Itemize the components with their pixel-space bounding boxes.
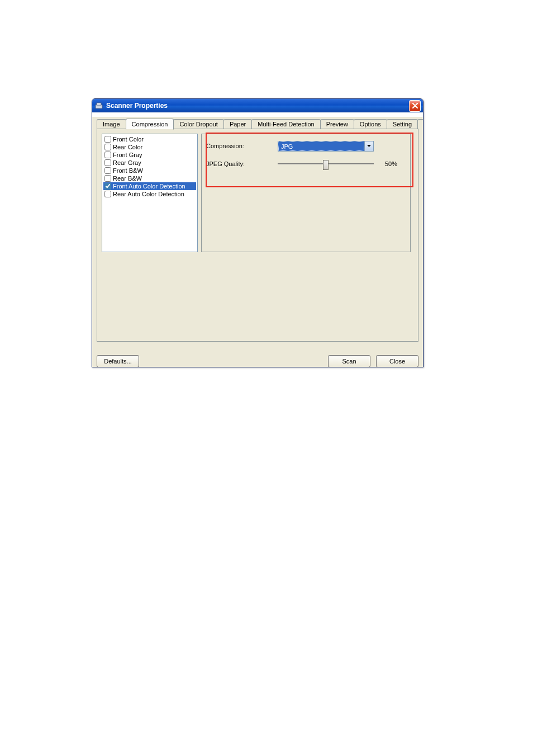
compression-label: Compression: [206, 143, 278, 149]
close-window-button[interactable] [409, 100, 421, 112]
jpeg-quality-slider[interactable] [278, 158, 374, 169]
app-icon [94, 101, 103, 110]
tab-options[interactable]: Options [354, 119, 387, 129]
tab-imprinter[interactable]: Imprinter [417, 119, 423, 129]
list-item-front-color[interactable]: Front Color [103, 135, 196, 143]
list-item-label: Rear Color [113, 144, 142, 150]
checkbox-rear-color[interactable] [104, 144, 111, 150]
checkbox-rear-auto-color[interactable] [104, 191, 111, 197]
scan-button[interactable]: Scan [328, 355, 370, 367]
tab-strip: Image Compression Color Dropout Paper Mu… [97, 117, 418, 129]
list-item-rear-auto-color[interactable]: Rear Auto Color Detection [103, 190, 196, 198]
checkbox-rear-bw[interactable] [104, 175, 111, 182]
tab-color-dropout[interactable]: Color Dropout [173, 119, 223, 129]
jpeg-quality-label: JPEG Quality: [206, 160, 278, 167]
tab-preview[interactable]: Preview [320, 119, 354, 129]
list-item-front-gray[interactable]: Front Gray [103, 151, 196, 159]
list-item-rear-gray[interactable]: Rear Gray [103, 159, 196, 167]
close-button[interactable]: Close [376, 355, 418, 367]
checkbox-front-color[interactable] [104, 136, 111, 143]
tab-compression[interactable]: Compression [126, 119, 174, 130]
jpeg-quality-value: 50% [385, 160, 397, 167]
dialog-button-row: Defaults... Scan Close [97, 353, 418, 367]
tab-image[interactable]: Image [97, 119, 126, 129]
list-item-rear-bw[interactable]: Rear B&W [103, 174, 196, 182]
tab-setting[interactable]: Setting [387, 119, 418, 129]
checkbox-front-auto-color[interactable] [104, 183, 111, 190]
slider-thumb[interactable] [323, 160, 329, 170]
checkbox-rear-gray[interactable] [104, 159, 111, 166]
window-title: Scanner Properties [106, 102, 168, 110]
scanner-properties-dialog: Scanner Properties Image Compression Col… [92, 98, 423, 367]
tab-paper[interactable]: Paper [223, 119, 252, 129]
dialog-body: Image Compression Color Dropout Paper Mu… [92, 117, 423, 367]
list-item-rear-color[interactable]: Rear Color [103, 143, 196, 151]
compression-settings-group: Compression: JPG JPEG Quality: 50% [201, 134, 411, 252]
list-item-front-auto-color[interactable]: Front Auto Color Detection [103, 182, 196, 190]
list-item-label: Front Color [113, 136, 144, 143]
list-item-label: Front B&W [113, 167, 143, 174]
checkbox-front-bw[interactable] [104, 167, 111, 174]
image-selection-list[interactable]: Front Color Rear Color Front Gray Rear G… [102, 134, 198, 252]
tab-multi-feed[interactable]: Multi-Feed Detection [251, 119, 321, 129]
list-item-label: Rear Gray [113, 159, 141, 166]
checkbox-front-gray[interactable] [104, 152, 111, 158]
list-item-label: Front Gray [113, 152, 142, 158]
compression-combo-value: JPG [278, 141, 364, 151]
tab-panel-compression: Front Color Rear Color Front Gray Rear G… [97, 129, 418, 342]
chevron-down-icon[interactable] [364, 141, 373, 151]
titlebar: Scanner Properties [92, 99, 423, 112]
svg-rect-1 [97, 103, 101, 105]
list-item-label: Rear Auto Color Detection [113, 191, 184, 197]
defaults-button[interactable]: Defaults... [97, 355, 139, 367]
list-item-front-bw[interactable]: Front B&W [103, 167, 196, 174]
list-item-label: Front Auto Color Detection [113, 183, 185, 190]
list-item-label: Rear B&W [113, 175, 142, 182]
compression-combo[interactable]: JPG [278, 141, 374, 152]
